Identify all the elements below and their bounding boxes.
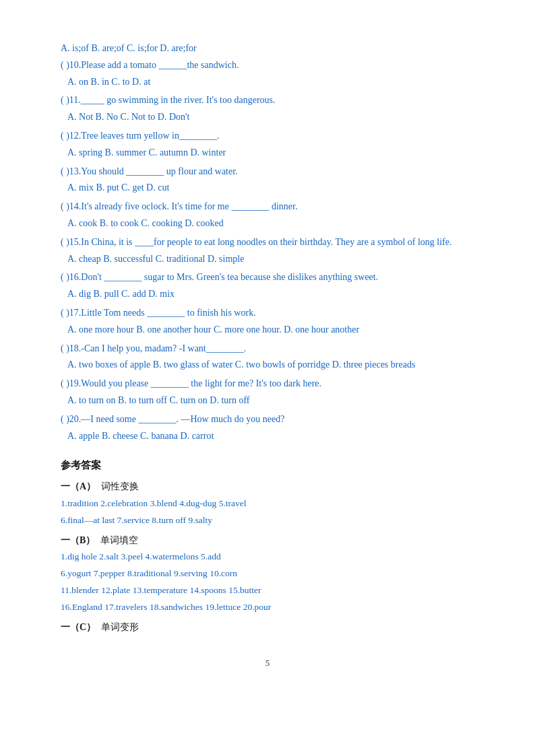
question-17: ( )17.Little Tom needs ________ to finis…	[61, 305, 474, 338]
part-b-header: 一（B） 单词填空	[61, 532, 474, 549]
answers-section: 参考答案 一（A） 词性变换 1.tradition 2.celebration…	[61, 457, 474, 635]
question-11: ( )11._____ go swimming in the river. It…	[61, 92, 474, 125]
part-a-header: 一（A） 词性变换	[61, 479, 474, 495]
part-c-header: 一（C） 单词变形	[61, 619, 474, 635]
question-12: ( )12.Tree leaves turn yellow in________…	[61, 128, 474, 161]
question-20: ( )20.—I need some ________. —How much d…	[61, 411, 474, 444]
question-15: ( )15.In China, it is ____for people to …	[61, 234, 474, 267]
question-16: ( )16.Don't ________ sugar to Mrs. Green…	[61, 269, 474, 302]
question-9-options: A. is;of B. are;of C. is;for D. are;for	[61, 40, 474, 57]
question-18: ( )18.-Can I help you, madam? -I want___…	[61, 341, 474, 374]
page-number: 5	[61, 656, 474, 671]
question-19: ( )19.Would you please ________ the ligh…	[61, 376, 474, 409]
question-10: ( )10.Please add a tomato ______the sand…	[61, 57, 474, 90]
answers-title: 参考答案	[61, 457, 474, 475]
question-14: ( )14.It's already five oclock. It's tim…	[61, 199, 474, 232]
question-13: ( )13.You should ________ up flour and w…	[61, 164, 474, 197]
